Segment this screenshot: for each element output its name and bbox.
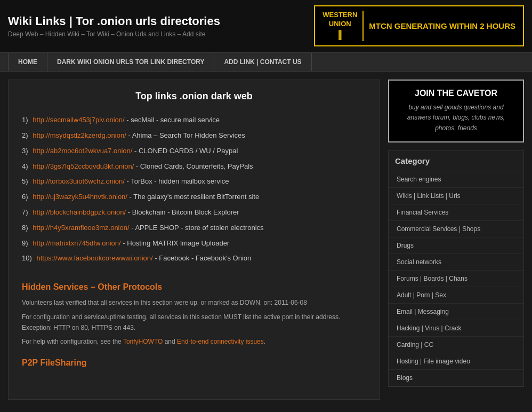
link-desc: - Ahima – Search Tor Hidden Services bbox=[128, 131, 245, 139]
cat-blogs[interactable]: Blogs bbox=[389, 370, 523, 386]
cat-carding[interactable]: Carding | CC bbox=[389, 337, 523, 353]
link-num: 2) bbox=[22, 131, 28, 139]
cavetor-desc: buy and sell goods questions and answers… bbox=[397, 102, 515, 133]
p2p-section: P2P FileSharing bbox=[22, 358, 366, 368]
nav-directory[interactable]: DARK WIKI ONION URLS TOR LINK DIRECTORY bbox=[47, 53, 214, 71]
link-desc: - Cloned Cards, Counterfeits, PayPals bbox=[136, 162, 253, 170]
cat-drugs[interactable]: Drugs bbox=[389, 237, 523, 254]
cat-email[interactable]: Email | Messaging bbox=[389, 304, 523, 320]
torify-link[interactable]: TorifyHOWTO bbox=[123, 338, 163, 345]
wu-line1: WESTERN bbox=[323, 11, 357, 20]
link-num: 3) bbox=[22, 147, 28, 155]
list-item: 6) http://uj3wazyk5u4hnvtk.onion/ - The … bbox=[22, 189, 366, 205]
site-subtitle: Deep Web – Hidden Wiki – Tor Wiki – Onio… bbox=[8, 30, 220, 38]
p2p-title: P2P FileSharing bbox=[22, 358, 366, 368]
hs-p3-pre: For help with configuration, see the bbox=[22, 338, 123, 345]
hidden-services-p3: For help with configuration, see the Tor… bbox=[22, 336, 366, 347]
connectivity-link[interactable]: End-to-end connectivity issues bbox=[177, 338, 264, 345]
hidden-services-title: Hidden Services – Other Protocols bbox=[22, 282, 366, 292]
onion-link[interactable]: http://h4y5xramfiooe3mz.onion/ bbox=[33, 224, 129, 232]
onion-link[interactable]: http://uj3wazyk5u4hnvtk.onion/ bbox=[33, 193, 127, 201]
link-desc: - TorBox - hidden mailbox service bbox=[127, 177, 229, 185]
link-num: 9) bbox=[22, 239, 28, 247]
list-item: 3) http://ab2moc6ot2wkvua7.onion/ - CLON… bbox=[22, 144, 366, 159]
link-num: 7) bbox=[22, 208, 28, 216]
cat-financial[interactable]: Financial Services bbox=[389, 204, 523, 221]
hs-p3-post: . bbox=[264, 338, 265, 345]
main-layout: Top links .onion dark web 1) http://secm… bbox=[0, 72, 532, 408]
onion-link[interactable]: http://3gs7lq52ccbqvdu3kf.onion/ bbox=[33, 162, 134, 170]
category-title: Category bbox=[389, 151, 523, 171]
navigation: HOME DARK WIKI ONION URLS TOR LINK DIREC… bbox=[0, 53, 532, 72]
wu-tagline: MTCN GENERATING WITHIN 2 HOURS bbox=[369, 20, 515, 31]
onion-link[interactable]: http://matrixtxri745dfw.onion/ bbox=[33, 239, 120, 247]
cavetor-box[interactable]: JOIN THE CAVETOR buy and sell goods ques… bbox=[388, 80, 524, 142]
wu-line2: UNION bbox=[323, 20, 357, 29]
onion-link[interactable]: http://torbox3uiot6wchz.onion/ bbox=[33, 177, 125, 185]
main-content: Top links .onion dark web 1) http://secm… bbox=[8, 80, 380, 400]
cat-forums[interactable]: Forums | Boards | Chans bbox=[389, 271, 523, 287]
link-desc: - Facebook - Facebook's Onion bbox=[155, 254, 251, 262]
site-title: Wiki Links | Tor .onion urls directories bbox=[8, 14, 220, 28]
cat-hacking[interactable]: Hacking | Virus | Crack bbox=[389, 320, 523, 337]
cat-adult[interactable]: Adult | Porn | Sex bbox=[389, 287, 523, 304]
list-item: 2) http://msydqstlz2kzerdg.onion/ - Ahim… bbox=[22, 128, 366, 144]
hidden-services-p1: Volunteers last verified that all servic… bbox=[22, 297, 366, 308]
list-item: 1) http://secmailw453j7piv.onion/ - secM… bbox=[22, 113, 366, 128]
link-num: 10) bbox=[22, 254, 32, 262]
onion-link[interactable]: http://msydqstlz2kzerdg.onion/ bbox=[33, 131, 126, 139]
onion-link[interactable]: https://www.facebookcorewwwi.onion/ bbox=[36, 254, 152, 262]
cat-search-engines[interactable]: Search engines bbox=[389, 171, 523, 188]
onion-link[interactable]: http://secmailw453j7piv.onion/ bbox=[33, 116, 124, 124]
list-item: 10) https://www.facebookcorewwwi.onion/ … bbox=[22, 251, 366, 266]
link-num: 1) bbox=[22, 116, 28, 124]
list-item: 9) http://matrixtxri745dfw.onion/ - Host… bbox=[22, 236, 366, 251]
content-title: Top links .onion dark web bbox=[22, 91, 366, 102]
onion-link-list: 1) http://secmailw453j7piv.onion/ - secM… bbox=[22, 113, 366, 266]
onion-link[interactable]: http://blockchainbdgpzk.onion/ bbox=[33, 208, 126, 216]
link-desc: - CLONED CARDS / WU / Paypal bbox=[134, 147, 238, 155]
list-item: 7) http://blockchainbdgpzk.onion/ - Bloc… bbox=[22, 205, 366, 220]
link-desc: - APPLE SHOP - store of stolen electroni… bbox=[131, 224, 263, 232]
link-desc: - The galaxy's most resilient BitTorrent… bbox=[130, 193, 260, 201]
nav-home[interactable]: HOME bbox=[8, 53, 47, 71]
nav-add-link[interactable]: ADD LINK | CONTACT US bbox=[214, 53, 311, 71]
cat-commercial[interactable]: Commercial Services | Shops bbox=[389, 221, 523, 237]
wu-logo: WESTERN UNION ‖ bbox=[323, 11, 364, 41]
list-item: 4) http://3gs7lq52ccbqvdu3kf.onion/ - Cl… bbox=[22, 159, 366, 175]
hidden-services-section: Hidden Services – Other Protocols Volunt… bbox=[22, 282, 366, 347]
wu-banner[interactable]: WESTERN UNION ‖ MTCN GENERATING WITHIN 2… bbox=[314, 5, 524, 46]
link-num: 6) bbox=[22, 193, 28, 201]
link-desc: - Blockchain - Bitcoin Block Explorer bbox=[128, 208, 239, 216]
link-num: 4) bbox=[22, 162, 28, 170]
header: Wiki Links | Tor .onion urls directories… bbox=[0, 0, 532, 53]
list-item: 5) http://torbox3uiot6wchz.onion/ - TorB… bbox=[22, 174, 366, 189]
cat-social[interactable]: Social networks bbox=[389, 254, 523, 271]
link-desc: - Hosting MATRIX Image Uploader bbox=[123, 239, 229, 247]
link-num: 5) bbox=[22, 177, 28, 185]
header-branding: Wiki Links | Tor .onion urls directories… bbox=[8, 14, 220, 38]
hidden-services-p2: For configuration and service/uptime tes… bbox=[22, 312, 366, 334]
link-num: 8) bbox=[22, 224, 28, 232]
cat-wikis[interactable]: Wikis | Link Lists | Urls bbox=[389, 188, 523, 204]
hs-p3-mid: and bbox=[163, 338, 177, 345]
cavetor-title: JOIN THE CAVETOR bbox=[397, 89, 515, 98]
link-desc: - secMail - secure mail service bbox=[126, 116, 220, 124]
sidebar: JOIN THE CAVETOR buy and sell goods ques… bbox=[388, 80, 524, 387]
list-item: 8) http://h4y5xramfiooe3mz.onion/ - APPL… bbox=[22, 220, 366, 236]
onion-link[interactable]: http://ab2moc6ot2wkvua7.onion/ bbox=[33, 147, 132, 155]
category-box: Category Search engines Wikis | Link Lis… bbox=[388, 150, 524, 387]
cat-hosting[interactable]: Hosting | File image video bbox=[389, 353, 523, 370]
